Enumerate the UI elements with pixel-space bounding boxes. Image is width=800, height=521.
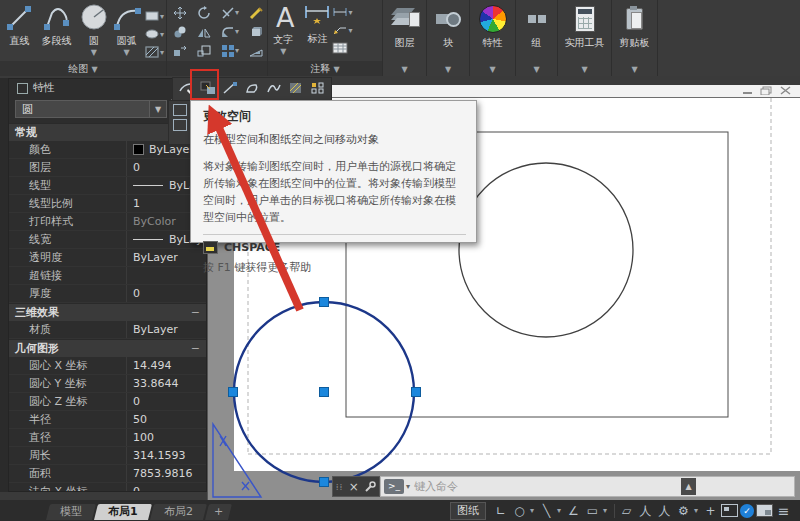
annotation-auto-icon[interactable]: 人 bbox=[656, 502, 673, 520]
layout-tab-模型[interactable]: 模型 bbox=[46, 504, 96, 520]
annotation-visibility-icon[interactable]: 人 bbox=[637, 502, 654, 520]
ribbon-panel-layers[interactable]: 图层 ▼ bbox=[383, 0, 427, 76]
property-row[interactable]: 面积 7853.9816 bbox=[9, 465, 206, 483]
property-row[interactable]: 半径 50 bbox=[9, 411, 206, 429]
caret-down-icon[interactable]: ▾ bbox=[160, 12, 164, 21]
ribbon-panel-block[interactable]: 块 ▼ bbox=[427, 0, 470, 76]
property-row[interactable]: 超链接 bbox=[9, 267, 206, 285]
caret-down-icon[interactable]: ▼ bbox=[427, 65, 469, 74]
collapse-icon[interactable]: − bbox=[191, 342, 200, 355]
layout-tab-+[interactable]: + bbox=[205, 504, 232, 520]
caret-down-icon[interactable]: ▼ bbox=[612, 65, 657, 74]
stretch-button[interactable] bbox=[173, 41, 197, 60]
ellipse-tool-button[interactable]: ▾ bbox=[144, 25, 164, 43]
draw-panel-label[interactable]: 绘图 ▼ bbox=[0, 61, 166, 76]
caret-down-icon[interactable]: ▼ bbox=[558, 65, 611, 74]
annotation-scale-icon[interactable]: ▱ bbox=[611, 502, 635, 520]
rotate-button[interactable] bbox=[197, 3, 221, 22]
command-prompt-icon[interactable]: >_ bbox=[384, 479, 404, 494]
trim-button[interactable]: ▾ bbox=[221, 3, 249, 22]
restore-icon[interactable] bbox=[760, 86, 773, 95]
leader-button[interactable]: ▾ bbox=[332, 21, 352, 39]
property-row[interactable]: 厚度 0 bbox=[9, 285, 206, 303]
property-row[interactable]: 线型 ByLayer bbox=[9, 177, 206, 195]
linear-dimension-button[interactable]: ▾ bbox=[332, 3, 352, 21]
panel-tool-icon[interactable] bbox=[173, 119, 187, 131]
clean-screen-toggle-icon[interactable]: ✓ bbox=[740, 504, 754, 518]
edit-spline-button[interactable] bbox=[263, 79, 285, 99]
scale-button[interactable] bbox=[197, 41, 221, 60]
panel-tool-icon[interactable] bbox=[173, 104, 187, 116]
circle-button[interactable]: 圆 ▼ bbox=[78, 3, 109, 61]
property-row[interactable]: 打印样式 ByColor bbox=[9, 213, 206, 231]
edit-line-button[interactable] bbox=[219, 79, 241, 99]
annotate-panel-label[interactable]: 注释 ▼ bbox=[268, 61, 382, 76]
caret-down-icon[interactable]: ▼ bbox=[123, 48, 129, 57]
move-button[interactable] bbox=[173, 3, 197, 22]
table-button[interactable] bbox=[332, 39, 352, 57]
caret-down-icon[interactable]: ▾ bbox=[160, 30, 164, 39]
caret-down-icon[interactable]: ▼ bbox=[91, 48, 97, 57]
caret-down-icon[interactable]: ▾ bbox=[348, 26, 352, 35]
ribbon-panel-clip[interactable]: 剪贴板 ▼ bbox=[612, 0, 658, 76]
property-row[interactable]: 图层 0 bbox=[9, 159, 206, 177]
mirror-button[interactable] bbox=[197, 22, 221, 41]
collapse-icon[interactable]: − bbox=[191, 306, 200, 319]
line-button[interactable]: 直线 bbox=[4, 3, 35, 61]
plus-icon[interactable]: + bbox=[702, 502, 719, 520]
ribbon-panel-group[interactable]: 组 ▼ bbox=[516, 0, 558, 76]
property-row[interactable]: 材质 ByLayer bbox=[9, 321, 206, 339]
caret-down-icon[interactable]: ▾ bbox=[348, 8, 352, 17]
property-section-header[interactable]: 三维效果− bbox=[9, 303, 206, 321]
wrench-icon[interactable] bbox=[364, 481, 376, 493]
property-row[interactable]: 透明度 ByLayer bbox=[9, 249, 206, 267]
edit-array-button[interactable] bbox=[307, 79, 329, 99]
property-section-header[interactable]: 几何图形− bbox=[9, 339, 206, 357]
edit-polyline-button[interactable] bbox=[241, 79, 263, 99]
hatch-tool-button[interactable]: ▾ bbox=[144, 43, 164, 61]
property-row[interactable]: 圆心 Z 坐标 0 bbox=[9, 393, 206, 411]
snap-mode-icon[interactable]: ○▾ bbox=[511, 502, 536, 520]
fillet-button[interactable]: ▾ bbox=[221, 22, 249, 41]
drag-handle-icon[interactable]: ⁞⁞ bbox=[336, 482, 344, 492]
property-row[interactable]: 线型比例 1 bbox=[9, 195, 206, 213]
array-button[interactable]: ▾ bbox=[221, 41, 249, 60]
minimize-icon[interactable] bbox=[741, 86, 754, 95]
property-row[interactable]: 圆心 X 坐标 14.494 bbox=[9, 357, 206, 375]
object-type-dropdown[interactable]: 圆 ▼ bbox=[15, 100, 167, 118]
close-command-line-icon[interactable]: × bbox=[349, 480, 359, 494]
customization-menu-icon[interactable]: ≡ bbox=[775, 502, 792, 520]
image-icon[interactable] bbox=[756, 504, 773, 517]
layout-tab-布局1[interactable]: 布局1 bbox=[94, 504, 152, 520]
copy-button[interactable] bbox=[173, 22, 197, 41]
property-row[interactable]: 周长 314.1593 bbox=[9, 447, 206, 465]
viewport-lock-icon[interactable]: ▭▾ bbox=[584, 502, 609, 520]
grid-snap-icon[interactable]: ∟ bbox=[492, 502, 509, 520]
caret-down-icon[interactable]: ▼ bbox=[470, 65, 515, 74]
layout-tab-布局2[interactable]: 布局2 bbox=[150, 504, 207, 520]
caret-down-icon[interactable]: ▼ bbox=[280, 47, 286, 56]
command-input[interactable]: >_ ▾ 键入命令 ▲ bbox=[380, 476, 795, 497]
caret-down-icon[interactable]: ▼ bbox=[383, 65, 426, 74]
angle-icon[interactable]: ∠ bbox=[565, 502, 582, 520]
settings-icon[interactable]: ⚙▾ bbox=[675, 502, 700, 520]
caret-down-icon[interactable]: ▼ bbox=[149, 101, 166, 117]
property-row[interactable]: 圆心 Y 坐标 33.8644 bbox=[9, 375, 206, 393]
close-icon[interactable] bbox=[779, 86, 792, 95]
ribbon-panel-wheel[interactable]: 特性 ▼ bbox=[470, 0, 516, 76]
palette-edge-strip[interactable] bbox=[0, 78, 8, 492]
polyline-button[interactable]: 多段线 bbox=[37, 3, 76, 61]
caret-down-icon[interactable]: ▾ bbox=[406, 482, 410, 491]
command-history-toggle[interactable]: ▲ bbox=[681, 478, 696, 495]
property-row[interactable]: 法向 X 坐标 0 bbox=[9, 483, 206, 492]
paper-space-button[interactable]: 图纸 bbox=[450, 502, 486, 520]
ribbon-panel-utils[interactable]: 实用工具 ▼ bbox=[558, 0, 612, 76]
polar-tracking-icon[interactable]: ╲▾ bbox=[538, 502, 563, 520]
property-row[interactable]: 线宽 ByLayer bbox=[9, 231, 206, 249]
rectangle-tool-button[interactable]: ▾ bbox=[144, 7, 164, 25]
hardware-monitor-icon[interactable] bbox=[721, 504, 738, 517]
property-row[interactable]: 直径 100 bbox=[9, 429, 206, 447]
edit-hatch-button[interactable] bbox=[285, 79, 307, 99]
caret-down-icon[interactable]: ▾ bbox=[160, 48, 164, 57]
arc-button[interactable]: 圆弧 ▼ bbox=[111, 3, 142, 61]
